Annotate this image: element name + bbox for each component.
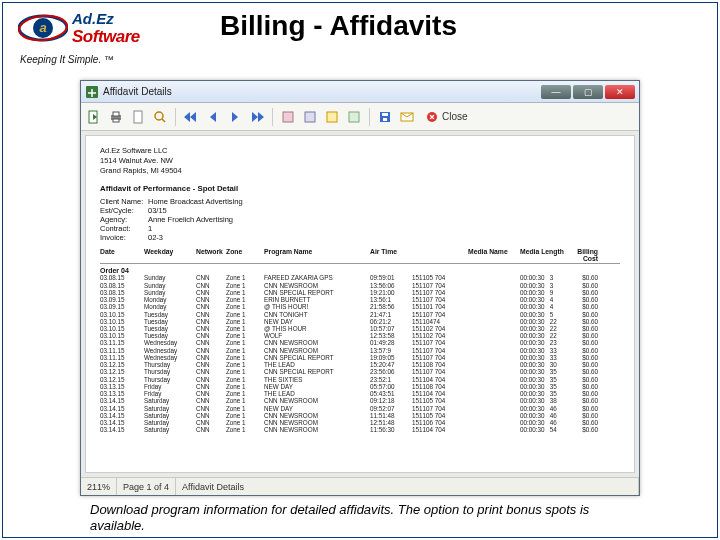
toolbar-page-button[interactable] [129, 108, 147, 126]
slide-title: Billing - Affidavits [220, 10, 457, 42]
window-icon [85, 85, 99, 99]
window-minimize-button[interactable]: — [541, 85, 571, 99]
table-row: 03.11.15WednesdayCNNZone 1CNN NEWSROOM13… [100, 347, 620, 354]
logo-line1: Ad.Ez [72, 10, 140, 27]
svg-rect-12 [305, 112, 315, 122]
company-header: Ad.Ez Software LLC 1514 Walnut Ave. NW G… [100, 146, 620, 176]
table-row: 03.10.15TuesdayCNNZone 1WOLF12:53:581511… [100, 332, 620, 339]
toolbar-first-button[interactable] [182, 108, 200, 126]
toolbar-last-button[interactable] [248, 108, 266, 126]
svg-point-10 [155, 112, 163, 120]
toolbar-close-label: Close [442, 111, 468, 122]
meta-label: Client Name: [100, 197, 148, 206]
toolbar-tool-d[interactable] [345, 108, 363, 126]
toolbar-next-button[interactable] [226, 108, 244, 126]
col-air [412, 248, 468, 262]
window-maximize-button[interactable]: ▢ [573, 85, 603, 99]
toolbar-mail-button[interactable] [398, 108, 416, 126]
table-body: 03.08.15SundayCNNZone 1FAREED ZAKARIA GP… [100, 274, 620, 433]
table-row: 03.09.15MondayCNNZone 1@ THIS HOUR!21:58… [100, 303, 620, 310]
svg-rect-14 [349, 112, 359, 122]
logo-line2: Software [72, 27, 140, 47]
col-zone: Zone [226, 248, 264, 262]
table-row: 03.08.15SundayCNNZone 1CNN NEWSROOM13:56… [100, 282, 620, 289]
logo-icon: a [18, 8, 68, 48]
company-name: Ad.Ez Software LLC [100, 146, 620, 156]
table-row: 03.12.15ThursdayCNNZone 1THE SIXTIES23:5… [100, 376, 620, 383]
toolbar-separator [369, 108, 370, 126]
meta-value: 1 [148, 224, 152, 233]
toolbar-export-button[interactable] [85, 108, 103, 126]
company-addr1: 1514 Walnut Ave. NW [100, 156, 620, 166]
status-tab: Affidavit Details [176, 478, 639, 495]
toolbar-print-button[interactable] [107, 108, 125, 126]
toolbar-tool-a[interactable] [279, 108, 297, 126]
table-row: 03.14.15SaturdayCNNZone 1CNN NEWSROOM12:… [100, 419, 620, 426]
table-row: 03.10.15TuesdayCNNZone 1CNN TONIGHT21:47… [100, 311, 620, 318]
status-zoom[interactable]: 211% [81, 478, 117, 495]
toolbar-tool-c[interactable] [323, 108, 341, 126]
affidavit-window: Affidavit Details — ▢ ✕ Close Ad.Ez Soft… [80, 80, 640, 496]
table-row: 03.13.15FridayCNNZone 1THE LEAD05:43:511… [100, 390, 620, 397]
svg-rect-13 [327, 112, 337, 122]
meta-value: Home Broadcast Advertising [148, 197, 243, 206]
toolbar-search-icon[interactable] [151, 108, 169, 126]
table-row: 03.14.15SaturdayCNNZone 1CNN NEWSROOM11:… [100, 412, 620, 419]
col-date: Date [100, 248, 144, 262]
svg-rect-17 [383, 118, 387, 121]
table-row: 03.11.15WednesdayCNNZone 1CNN NEWSROOM01… [100, 339, 620, 346]
meta-value: 02-3 [148, 233, 163, 242]
toolbar: Close [81, 103, 639, 131]
table-row: 03.09.15MondayCNNZone 1ERIN BURNETT13:56… [100, 296, 620, 303]
brand-logo: a Ad.Ez Software [18, 4, 198, 52]
window-titlebar[interactable]: Affidavit Details — ▢ ✕ [81, 81, 639, 103]
toolbar-prev-button[interactable] [204, 108, 222, 126]
col-len: Media Length [520, 248, 564, 262]
svg-text:a: a [39, 20, 46, 35]
toolbar-tool-b[interactable] [301, 108, 319, 126]
svg-rect-9 [134, 111, 142, 123]
svg-rect-7 [113, 112, 119, 116]
meta-label: Agency: [100, 215, 148, 224]
brand-tagline: Keeping It Simple. ™ [20, 54, 114, 65]
svg-rect-8 [113, 119, 119, 122]
table-row: 03.14.15SaturdayCNNZone 1CNN NEWSROOM09:… [100, 397, 620, 404]
order-label: Order 04 [100, 267, 620, 274]
close-icon [426, 111, 438, 123]
table-row: 03.11.15WednesdayCNNZone 1CNN SPECIAL RE… [100, 354, 620, 361]
table-row: 03.10.15TuesdayCNNZone 1@ THIS HOUR10:57… [100, 325, 620, 332]
svg-rect-16 [382, 113, 388, 116]
toolbar-separator [272, 108, 273, 126]
col-weekday: Weekday [144, 248, 196, 262]
meta-value: Anne Froelich Advertising [148, 215, 233, 224]
status-page: Page 1 of 4 [117, 478, 176, 495]
window-close-button[interactable]: ✕ [605, 85, 635, 99]
section-title: Affidavit of Performance - Spot Detail [100, 184, 620, 193]
slide-caption: Download program information for detaile… [90, 502, 630, 535]
window-title: Affidavit Details [103, 86, 172, 97]
meta-value: 03/15 [148, 206, 167, 215]
table-row: 03.12.15ThursdayCNNZone 1CNN SPECIAL REP… [100, 368, 620, 375]
table-header: Date Weekday Network Zone Program Name A… [100, 248, 620, 264]
status-bar: 211% Page 1 of 4 Affidavit Details [81, 477, 639, 495]
document-preview[interactable]: Ad.Ez Software LLC 1514 Walnut Ave. NW G… [85, 135, 635, 473]
meta-label: Invoice: [100, 233, 148, 242]
table-row: 03.13.15FridayCNNZone 1NEW DAY05:57:0015… [100, 383, 620, 390]
toolbar-save-button[interactable] [376, 108, 394, 126]
table-row: 03.10.15TuesdayCNNZone 1NEW DAY06:21:215… [100, 318, 620, 325]
col-media: Media Name [468, 248, 520, 262]
toolbar-close-button[interactable]: Close [426, 111, 468, 123]
meta-label: Contract: [100, 224, 148, 233]
company-addr2: Grand Rapids, MI 49504 [100, 166, 620, 176]
toolbar-separator [175, 108, 176, 126]
col-network: Network [196, 248, 226, 262]
table-row: 03.12.15ThursdayCNNZone 1THE LEAD15:20:4… [100, 361, 620, 368]
svg-rect-11 [283, 112, 293, 122]
table-row: 03.08.15SundayCNNZone 1FAREED ZAKARIA GP… [100, 274, 620, 281]
table-row: 03.08.15SundayCNNZone 1CNN SPECIAL REPOR… [100, 289, 620, 296]
meta-label: Est/Cycle: [100, 206, 148, 215]
col-airtime: Air Time [370, 248, 412, 262]
table-row: 03.14.15SaturdayCNNZone 1CNN NEWSROOM11:… [100, 426, 620, 433]
table-row: 03.14.15SaturdayCNNZone 1NEW DAY09:52:07… [100, 405, 620, 412]
col-program: Program Name [264, 248, 370, 262]
